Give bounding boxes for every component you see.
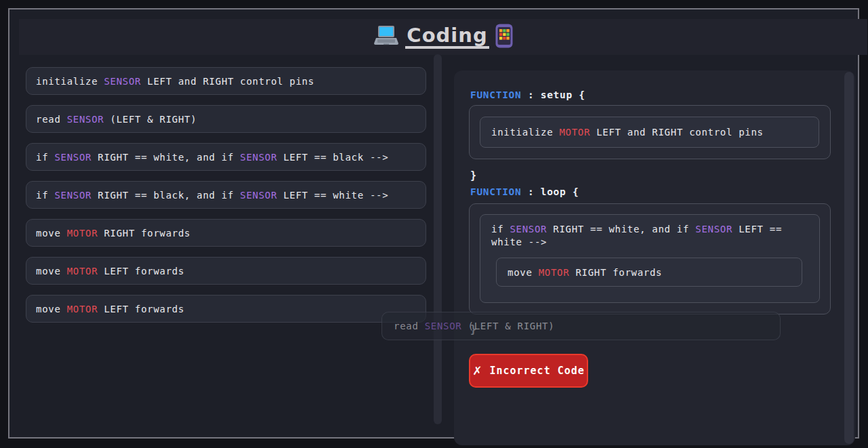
code-text-plain: LEFT == white --> [277, 190, 388, 201]
code-text-plain: initialize [36, 76, 104, 87]
code-text-motor: MOTOR [67, 304, 98, 314]
setup-closing-brace: } [470, 169, 476, 182]
code-text-plain: if [36, 190, 54, 201]
draggable-code-block[interactable]: move MOTOR RIGHT forwards [26, 219, 426, 247]
code-text-plain: if [36, 152, 54, 163]
function-keyword: FUNCTION [470, 89, 521, 100]
code-text-plain: RIGHT == black, and if [91, 190, 240, 201]
block-list-scrollbar[interactable] [434, 54, 442, 424]
code-text-sensor: SENSOR [510, 224, 547, 235]
setup-code-block[interactable]: initialize MOTOR LEFT and RIGHT control … [480, 117, 819, 148]
laptop-icon [373, 25, 399, 49]
header: Coding [19, 19, 867, 55]
code-text-motor: MOTOR [539, 267, 570, 278]
nested-move-code-block[interactable]: move MOTOR RIGHT forwards [496, 258, 802, 287]
code-text-plain: RIGHT forwards [98, 228, 190, 239]
code-text-sensor: SENSOR [240, 152, 277, 163]
code-text-plain: RIGHT == white, and if [91, 152, 240, 163]
code-text-plain: (LEFT & RIGHT) [104, 114, 197, 125]
code-text-plain: LEFT forwards [98, 266, 184, 277]
function-setup-signature: : setup { [521, 89, 585, 100]
code-text-plain: initialize [491, 127, 559, 138]
draggable-code-block[interactable]: move MOTOR LEFT forwards [26, 295, 426, 323]
block-palette-list: initialize SENSOR LEFT and RIGHT control… [26, 67, 426, 333]
code-text-plain: read [394, 321, 425, 331]
code-text-plain: move [36, 228, 67, 239]
cross-icon: ✗ [472, 364, 482, 378]
function-loop-header: FUNCTION : loop { [470, 186, 579, 197]
code-text-sensor: SENSOR [425, 321, 462, 331]
page-title: Coding [405, 25, 489, 49]
control-pad-icon [495, 24, 513, 51]
code-text-plain: move [36, 304, 67, 314]
code-text-sensor: SENSOR [54, 152, 91, 163]
code-text-plain: LEFT == black --> [277, 152, 388, 163]
draggable-code-block[interactable]: read SENSOR (LEFT & RIGHT) [26, 105, 426, 133]
code-text-plain: RIGHT == white, and if [547, 224, 695, 235]
code-text-motor: MOTOR [67, 266, 98, 277]
code-text-plain: if [491, 224, 510, 235]
code-text-motor: MOTOR [67, 228, 98, 239]
incorrect-code-button[interactable]: ✗Incorrect Code [469, 354, 588, 388]
code-text-sensor: SENSOR [54, 190, 91, 201]
code-text-plain: RIGHT forwards [569, 267, 662, 278]
code-text-plain: LEFT and RIGHT control pins [141, 76, 314, 87]
draggable-code-block[interactable]: if SENSOR RIGHT == white, and if SENSOR … [26, 143, 426, 171]
code-text-sensor: SENSOR [104, 76, 141, 87]
function-loop-signature: : loop { [521, 186, 579, 197]
draggable-code-block[interactable]: initialize SENSOR LEFT and RIGHT control… [26, 67, 426, 95]
function-setup-header: FUNCTION : setup { [470, 89, 585, 100]
code-text-plain: move [36, 266, 67, 277]
code-text-sensor: SENSOR [67, 114, 104, 125]
code-text-plain: LEFT forwards [98, 304, 184, 314]
draggable-code-block[interactable]: move MOTOR LEFT forwards [26, 257, 426, 285]
code-text-plain: LEFT and RIGHT control pins [590, 127, 764, 138]
code-text-plain: (LEFT & RIGHT) [461, 321, 554, 331]
code-text-plain: move [508, 267, 539, 278]
incorrect-code-label: Incorrect Code [489, 365, 584, 377]
code-text-motor: MOTOR [559, 127, 590, 138]
dragged-code-block-ghost[interactable]: read SENSOR (LEFT & RIGHT) [381, 312, 781, 340]
draggable-code-block[interactable]: if SENSOR RIGHT == black, and if SENSOR … [26, 181, 426, 209]
app-window: Coding initialize SENSOR LEFT and RIGHT … [8, 8, 859, 439]
code-text-sensor: SENSOR [695, 224, 732, 235]
code-text-sensor: SENSOR [240, 190, 277, 201]
workspace-scrollbar[interactable] [844, 72, 854, 444]
code-text-plain: read [36, 114, 67, 125]
function-keyword: FUNCTION [470, 186, 521, 197]
